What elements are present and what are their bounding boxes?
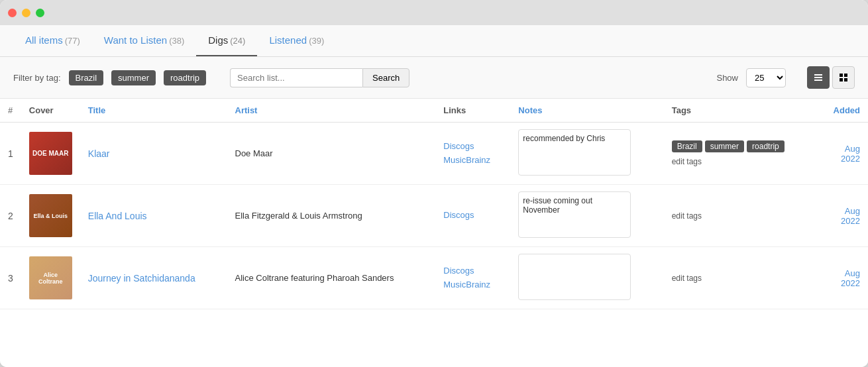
title-cell[interactable]: Journey in Satchidananda (80, 247, 227, 309)
edit-tags-link[interactable]: edit tags (672, 274, 702, 283)
grid-icon (838, 72, 849, 83)
row-num: 2 (0, 185, 21, 247)
col-tags: Tags (664, 99, 817, 123)
col-notes: Notes (510, 99, 663, 123)
row-num: 3 (0, 247, 21, 309)
edit-tags-link[interactable]: edit tags (672, 157, 702, 166)
show-select[interactable]: 25 10 50 100 (746, 68, 786, 87)
toolbar: Filter by tag: Brazil summer roadtrip Se… (0, 57, 868, 99)
added-cell: Aug2022 (817, 123, 868, 185)
svg-rect-4 (844, 74, 847, 77)
notes-textarea[interactable]: recommended by Chris (518, 129, 631, 176)
discogs-link[interactable]: Discogs (443, 140, 502, 154)
notes-cell (510, 247, 663, 309)
search-button[interactable]: Search (362, 68, 409, 87)
artist-cell: Doe Maar (227, 123, 436, 185)
cover-text: Alice Coltrane (29, 269, 72, 288)
tag-brazil[interactable]: Brazil (69, 70, 104, 85)
artist-cell: Ella Fitzgerald & Louis Armstrong (227, 185, 436, 247)
links-cell: Discogs MusicBrainz (435, 123, 510, 185)
svg-rect-1 (814, 77, 822, 78)
grid-view-button[interactable] (832, 66, 855, 89)
tag-summer[interactable]: summer (111, 70, 156, 85)
tag-roadtrip-pill: roadtrip (747, 140, 785, 152)
minimize-button[interactable] (22, 9, 30, 17)
col-num: # (0, 99, 21, 123)
album-cover: Ella & Louis (29, 194, 72, 237)
title-link[interactable]: Klaar (88, 148, 110, 159)
album-cover: DOE MAAR (29, 132, 72, 175)
musicbrainz-link[interactable]: MusicBrainz (443, 154, 502, 168)
table-row: 2 Ella & Louis Ella And Louis Ella Fitzg… (0, 185, 868, 247)
col-cover: Cover (21, 99, 80, 123)
links-cell: Discogs MusicBrainz (435, 247, 510, 309)
musicbrainz-link[interactable]: MusicBrainz (443, 278, 502, 292)
added-cell: Aug2022 (817, 185, 868, 247)
tag-pills: Brazil summer roadtrip (672, 140, 809, 152)
added-cell: Aug2022 (817, 247, 868, 309)
links-cell: Discogs (435, 185, 510, 247)
col-links: Links (435, 99, 510, 123)
tab-digs[interactable]: Digs(24) (196, 25, 257, 56)
tags-cell: edit tags (664, 247, 817, 309)
discogs-link[interactable]: Discogs (443, 264, 502, 278)
cover-cell: Alice Coltrane (21, 247, 80, 309)
svg-rect-3 (840, 74, 843, 77)
svg-rect-0 (814, 74, 822, 76)
title-cell[interactable]: Ella And Louis (80, 185, 227, 247)
notes-textarea[interactable] (518, 254, 631, 300)
table-container: # Cover Title Artist Links Notes Tags Ad… (0, 99, 868, 367)
app-window: All items(77) Want to Listen(38) Digs(24… (0, 0, 868, 367)
col-added[interactable]: Added (817, 99, 868, 123)
tag-brazil-pill: Brazil (672, 140, 702, 152)
title-cell[interactable]: Klaar (80, 123, 227, 185)
row-num: 1 (0, 123, 21, 185)
col-title[interactable]: Title (80, 99, 227, 123)
title-link[interactable]: Journey in Satchidananda (88, 273, 195, 284)
tab-want-to-listen[interactable]: Want to Listen(38) (92, 25, 196, 56)
notes-textarea[interactable]: re-issue coming out November (518, 191, 631, 238)
notes-cell: recommended by Chris (510, 123, 663, 185)
tag-roadtrip[interactable]: roadtrip (164, 70, 206, 85)
search-input[interactable] (230, 68, 362, 87)
notes-cell: re-issue coming out November (510, 185, 663, 247)
maximize-button[interactable] (36, 9, 44, 17)
view-toggles (807, 66, 855, 89)
close-button[interactable] (8, 9, 17, 17)
main-content: All items(77) Want to Listen(38) Digs(24… (0, 25, 868, 367)
tag-summer-pill: summer (705, 140, 744, 152)
filter-label: Filter by tag: (13, 73, 61, 83)
title-bar (0, 0, 868, 25)
svg-rect-5 (840, 78, 843, 81)
artist-cell: Alice Coltrane featuring Pharoah Sanders (227, 247, 436, 309)
discogs-link[interactable]: Discogs (443, 209, 502, 223)
table-row: 3 Alice Coltrane Journey in Satchidanand… (0, 247, 868, 309)
cover-cell: Ella & Louis (21, 185, 80, 247)
list-view-button[interactable] (807, 66, 830, 89)
tab-all-items[interactable]: All items(77) (13, 25, 92, 56)
cover-text: DOE MAAR (30, 147, 71, 160)
title-link[interactable]: Ella And Louis (88, 211, 147, 221)
tags-cell: Brazil summer roadtrip edit tags (664, 123, 817, 185)
cover-text: Ella & Louis (31, 210, 71, 222)
cover-cell: DOE MAAR (21, 123, 80, 185)
tabs-bar: All items(77) Want to Listen(38) Digs(24… (0, 25, 868, 57)
album-cover: Alice Coltrane (29, 256, 72, 299)
tags-cell: edit tags (664, 185, 817, 247)
table-row: 1 DOE MAAR Klaar Doe Maar Discogs M (0, 123, 868, 185)
search-group: Search (230, 68, 409, 87)
tab-listened[interactable]: Listened(39) (257, 25, 336, 56)
show-label: Show (716, 73, 738, 83)
svg-rect-2 (814, 79, 822, 81)
music-table: # Cover Title Artist Links Notes Tags Ad… (0, 99, 868, 309)
svg-rect-6 (844, 78, 847, 81)
edit-tags-link[interactable]: edit tags (672, 211, 702, 221)
list-icon (813, 72, 824, 83)
col-artist[interactable]: Artist (227, 99, 436, 123)
